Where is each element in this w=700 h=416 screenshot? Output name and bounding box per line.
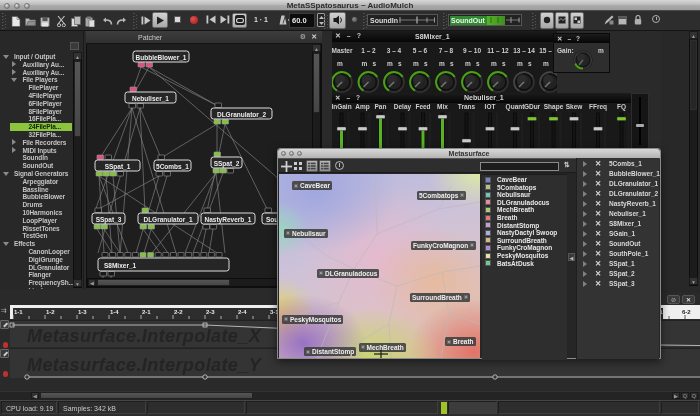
svg-text:SSpat_2: SSpat_2	[214, 160, 240, 168]
svg-text:BubbleBlower_1: BubbleBlower_1	[136, 54, 187, 61]
svg-text:SSpat_1: SSpat_1	[105, 163, 131, 171]
svg-text:SSpat_3: SSpat_3	[96, 216, 122, 224]
svg-text:S8Mixer_1: S8Mixer_1	[104, 262, 137, 269]
svg-text:Nebuliser_1: Nebuliser_1	[132, 95, 169, 102]
svg-text:5Combs_1: 5Combs_1	[156, 163, 189, 170]
svg-text:DLGranulator_2: DLGranulator_2	[217, 111, 267, 118]
svg-text:NastyReverb_1: NastyReverb_1	[205, 216, 252, 224]
svg-text:DLGranulator_1: DLGranulator_1	[143, 216, 193, 223]
